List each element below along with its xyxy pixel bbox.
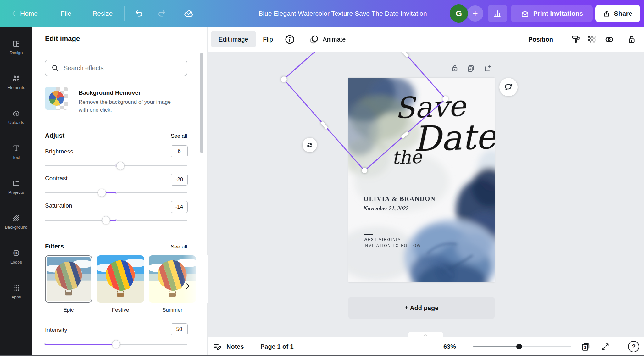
print-invitations-button[interactable]: Print Invitations (511, 5, 593, 22)
card-divider-line (364, 234, 373, 235)
card-script-date[interactable]: Date (413, 119, 495, 156)
brightness-slider[interactable] (45, 162, 187, 170)
resize-menu[interactable]: Resize (92, 0, 113, 27)
pages-icon: 1 (581, 342, 591, 352)
document-title[interactable]: Blue Elegant Watercolor Texture Save The… (258, 0, 427, 27)
filters-next-button[interactable] (181, 280, 194, 293)
add-page-icon-button[interactable] (483, 64, 492, 73)
intensity-value[interactable]: 50 (171, 323, 188, 335)
sidebar-label: Apps (11, 295, 21, 299)
zoom-slider[interactable] (473, 346, 571, 347)
link-button[interactable] (604, 27, 614, 52)
transparency-button[interactable] (586, 27, 597, 52)
chevron-left-icon (11, 10, 17, 17)
lock-open-icon (627, 35, 636, 44)
filters-scroll-fade (183, 255, 208, 303)
flip-button[interactable]: Flip (263, 27, 273, 52)
card-location[interactable]: WEST VIRGINIA (364, 237, 401, 242)
paint-roller-button[interactable] (571, 27, 581, 52)
add-page-button[interactable]: + Add page (348, 297, 495, 319)
sidebar-label: Text (12, 155, 20, 160)
top-bar: Home File Resize Blue Elegant Watercolor… (0, 0, 644, 27)
apps-grid-icon (12, 284, 20, 292)
sidebar-item-uploads[interactable]: Uploads (0, 99, 32, 134)
animate-label[interactable]: Animate (323, 27, 346, 52)
selection-corner-handle[interactable] (280, 75, 288, 83)
redo-button[interactable] (157, 0, 166, 27)
panel-scrollbar[interactable] (200, 53, 203, 153)
cloud-save-status-button[interactable] (183, 0, 194, 27)
info-button[interactable] (284, 27, 295, 52)
sidebar-item-projects[interactable]: Projects (0, 169, 32, 204)
cloud-upload-icon (12, 109, 20, 118)
contrast-slider[interactable] (45, 189, 187, 197)
search-effects-box[interactable] (45, 60, 187, 76)
insights-button[interactable] (488, 5, 507, 22)
adjust-section-header: Adjust See all (45, 132, 187, 139)
notes-label: Notes (226, 343, 244, 350)
card-couple-names[interactable]: OLIVIA & BRANDON (364, 195, 436, 203)
saturation-slider[interactable] (45, 216, 187, 224)
slider-knob[interactable] (116, 162, 125, 170)
add-comment-button[interactable] (499, 78, 518, 96)
selection-edge-handle[interactable] (320, 121, 328, 129)
background-remover-title: Background Remover (79, 89, 141, 96)
bar-chart-icon (493, 9, 502, 18)
slider-knob[interactable] (102, 216, 110, 224)
card-event-date[interactable]: November 21, 2022 (364, 205, 408, 212)
rotate-handle[interactable] (303, 138, 317, 152)
background-remover-card[interactable]: Background Remover Remove the background… (45, 87, 190, 112)
home-button[interactable]: Home (11, 0, 38, 27)
avatar[interactable]: G (450, 4, 468, 23)
filters-section-header: Filters See all (45, 243, 187, 250)
slider-knob[interactable] (98, 189, 106, 197)
sidebar-item-apps[interactable]: Apps (0, 274, 32, 309)
cloud-check-icon (183, 8, 194, 19)
contrast-value[interactable]: -20 (171, 174, 188, 186)
filter-label-festive: Festive (97, 307, 144, 313)
edit-image-tab[interactable]: Edit image (211, 31, 256, 47)
share-button[interactable]: Share (595, 5, 640, 22)
adjust-see-all-link[interactable]: See all (171, 133, 187, 139)
divider (174, 6, 174, 21)
edit-image-panel: Edit image Background Remover Remove the… (32, 27, 208, 356)
pages-view-button[interactable]: 1 (581, 337, 591, 356)
canvas-toolbar: Edit image Flip Animate Position (208, 27, 644, 52)
help-button[interactable]: ? (628, 341, 639, 352)
zoom-slider-knob[interactable] (516, 344, 522, 349)
collapse-bar-tab[interactable] (408, 332, 443, 337)
filter-thumb-festive[interactable] (97, 255, 144, 303)
sidebar-label: Background (5, 225, 27, 230)
undo-button[interactable] (134, 0, 144, 27)
sidebar-item-background[interactable]: Background (0, 204, 32, 239)
selection-edge-handle[interactable] (401, 52, 409, 58)
animate-button[interactable] (309, 27, 319, 52)
search-effects-input[interactable] (64, 64, 181, 72)
logos-icon-text: co. (14, 251, 18, 254)
bottom-bar: Notes Page 1 of 1 63% 1 ? (208, 337, 644, 356)
sidebar-item-design[interactable]: Design (0, 30, 32, 64)
filter-thumb-epic[interactable] (45, 255, 92, 303)
brightness-value[interactable]: 6 (171, 145, 188, 157)
intensity-slider[interactable] (45, 340, 187, 348)
slider-knob[interactable] (112, 340, 120, 348)
position-button[interactable]: Position (528, 27, 553, 52)
file-menu[interactable]: File (61, 0, 71, 27)
background-remover-description: Remove the background of your image with… (79, 98, 179, 114)
lock-button[interactable] (627, 27, 636, 52)
filters-see-all-link[interactable]: See all (171, 244, 187, 250)
card-note[interactable]: INVITATION TO FOLLOW (364, 243, 421, 248)
contrast-label: Contrast (45, 175, 68, 182)
sidebar-item-logos[interactable]: co. Logos (0, 239, 32, 274)
fullscreen-button[interactable] (601, 337, 610, 356)
sidebar-item-elements[interactable]: Elements (0, 64, 32, 99)
sidebar-item-text[interactable]: Text (0, 134, 32, 169)
element-lock-button[interactable] (450, 64, 459, 73)
elements-icon (12, 74, 20, 83)
canvas-area[interactable]: Save the Date OLIVIA & BRANDON November … (208, 52, 644, 337)
duplicate-page-button[interactable] (466, 64, 475, 73)
add-member-button[interactable]: + (467, 5, 483, 22)
saturation-value[interactable]: -14 (171, 201, 188, 213)
notes-button[interactable]: Notes (213, 337, 244, 356)
sidebar-label: Projects (8, 190, 24, 195)
